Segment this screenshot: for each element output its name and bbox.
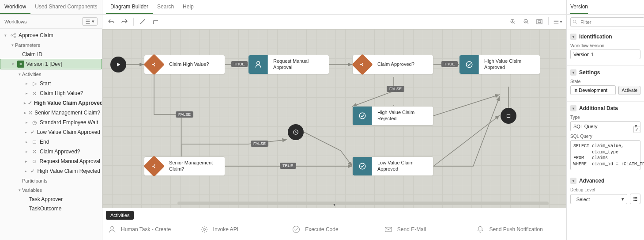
select-debug-level[interactable]: - Select -▾ <box>570 194 627 204</box>
filter-input[interactable] <box>570 17 644 27</box>
svg-point-2 <box>14 36 16 38</box>
line-tool-button[interactable] <box>138 17 147 26</box>
check-icon <box>353 107 372 125</box>
tree-sew[interactable]: ▸◷Standard Employee Wait <box>0 118 102 127</box>
redo-button[interactable] <box>120 17 129 26</box>
node-hvcr[interactable]: High Value Claim Rejected <box>352 106 433 126</box>
tab-version[interactable]: Version <box>570 0 588 14</box>
input-state[interactable] <box>570 85 616 95</box>
stop-icon: □ <box>31 138 38 145</box>
wait-node[interactable] <box>288 124 304 140</box>
edge-label-false: FALSE <box>387 86 404 92</box>
switch-icon: ⤭ <box>28 109 33 116</box>
chevron-right-icon: ▸ <box>24 140 29 144</box>
options-button[interactable] <box>630 194 640 204</box>
chevron-right-icon: ▸ <box>24 159 29 164</box>
tree-claim-id[interactable]: Claim ID <box>0 50 102 59</box>
zoom-out-button[interactable] <box>522 17 531 26</box>
tab-help[interactable]: Help <box>178 0 198 14</box>
start-node[interactable] <box>110 57 126 72</box>
chevron-right-icon: ▸ <box>24 130 28 134</box>
filter-row: ▾ <box>567 15 644 30</box>
svg-point-15 <box>293 226 300 233</box>
tree-end[interactable]: ▸□End <box>0 137 102 147</box>
section-additional-data: ▾Additional Data Type SQL Query▾ SQL Que… <box>567 102 644 174</box>
edge-label-false: FALSE <box>251 141 268 147</box>
tree-approve-claim[interactable]: ▾Approve Claim <box>0 30 102 40</box>
tree-task-approver[interactable]: Task Approver <box>0 194 102 204</box>
workflow-tree: ▾Approve Claim ▾Parameters Claim ID ▾≡Ve… <box>0 29 102 240</box>
horizontal-scrollbar[interactable] <box>177 202 549 205</box>
switch-icon <box>352 54 373 75</box>
svg-point-7 <box>256 61 260 65</box>
diagram-canvas[interactable]: Claim High Value? Request Manual Approva… <box>102 29 566 208</box>
palette-invoke-api[interactable]: Invoke API <box>196 223 289 236</box>
switch-icon: ⤭ <box>31 148 38 155</box>
user-icon <box>108 225 117 234</box>
tree-smc[interactable]: ▸⤭Senior Management Claim? <box>0 108 102 118</box>
zoom-in-button[interactable] <box>508 17 517 26</box>
tree-lvca[interactable]: ▸✓Low Value Claim Approved <box>0 127 102 137</box>
end-node[interactable] <box>501 108 516 124</box>
center-tabs: Diagram Builder Search Help <box>102 0 566 15</box>
tree-version-1[interactable]: ▾≡Version 1 [Dev] <box>0 59 102 69</box>
expand-button[interactable]: ⤢ <box>633 126 640 133</box>
tree-hvcr[interactable]: ▸✓High Value Claim Rejected <box>0 166 102 176</box>
undo-button[interactable] <box>107 17 116 26</box>
tab-search[interactable]: Search <box>153 0 178 14</box>
palette-execute-code[interactable]: Execute Code <box>288 223 380 236</box>
chevron-right-icon: ▸ <box>24 169 28 173</box>
palette-push-notification[interactable]: Send Push Notification <box>472 223 565 236</box>
left-tabs: Workflow Used Shared Components <box>0 0 102 15</box>
tab-workflow[interactable]: Workflow <box>0 0 30 14</box>
check-circle-icon <box>292 225 301 234</box>
sql-query-editor[interactable]: SELECT claim_value, claim_type FROM clai… <box>570 140 640 170</box>
tree-rma[interactable]: ▸☺Request Manual Approval <box>0 156 102 166</box>
section-identification: ▾Identification Workflow Version <box>567 30 644 66</box>
gear-icon <box>200 225 209 234</box>
user-icon: ☺ <box>31 158 38 165</box>
check-icon <box>353 157 372 175</box>
list-icon <box>85 19 90 24</box>
tree-claim-approved[interactable]: ▸⤭Claim Approved? <box>0 147 102 156</box>
tree-parameters[interactable]: ▾Parameters <box>0 40 102 50</box>
tree-participants[interactable]: Participants <box>0 176 102 185</box>
chevron-down-icon[interactable]: ▾ <box>570 69 576 76</box>
mail-icon <box>384 225 393 234</box>
palette-send-email[interactable]: Send E-Mail <box>380 223 473 236</box>
tree-view-toggle[interactable]: ▾ <box>82 17 98 26</box>
node-smc[interactable]: Senior Management Claim? <box>144 156 225 176</box>
select-type[interactable]: SQL Query▾ <box>570 121 640 131</box>
check-icon <box>459 55 479 74</box>
switch-icon: ⤭ <box>31 90 38 97</box>
version-icon: ≡ <box>17 61 24 68</box>
tree-activities[interactable]: ▾Activities <box>0 69 102 79</box>
tree-variables[interactable]: ▾Variables <box>0 185 102 194</box>
node-hvca[interactable]: High Value Claim Approved <box>459 55 540 74</box>
label-type: Type <box>570 115 640 120</box>
node-request-manual-approval[interactable]: Request Manual Approval <box>248 55 329 74</box>
palette-human-task[interactable]: Human Task - Create <box>104 223 196 236</box>
tree-hvca[interactable]: ▸✓High Value Claim Approved <box>0 98 102 108</box>
menu-button[interactable]: ▾ <box>553 17 562 26</box>
node-lvca[interactable]: Low Value Claim Approved <box>352 156 433 176</box>
activate-button[interactable]: Activate <box>618 86 640 95</box>
chevron-down-icon[interactable]: ▾ <box>570 178 576 184</box>
tab-diagram-builder[interactable]: Diagram Builder <box>106 0 153 14</box>
tree-start[interactable]: ▸▷Start <box>0 79 102 88</box>
tab-shared-components[interactable]: Used Shared Components <box>30 0 102 14</box>
node-claim-high-value[interactable]: Claim High Value? <box>144 55 225 74</box>
elbow-tool-button[interactable] <box>151 17 160 26</box>
fit-button[interactable] <box>535 17 544 26</box>
chevron-right-icon: ▸ <box>24 120 29 125</box>
tree-claim-high-value[interactable]: ▸⤭Claim High Value? <box>0 88 102 98</box>
input-workflow-version[interactable] <box>570 50 640 59</box>
chevron-down-icon[interactable]: ▾ <box>570 105 576 111</box>
switch-icon <box>143 54 165 75</box>
scroll-down-icon[interactable]: ▾ <box>333 202 335 207</box>
node-claim-approved[interactable]: Claim Approved? <box>352 55 433 74</box>
edge-label-true: TRUE <box>280 163 296 169</box>
chevron-down-icon[interactable]: ▾ <box>570 34 576 40</box>
tree-task-outcome[interactable]: TaskOutcome <box>0 204 102 213</box>
chevron-down-icon: ▾ <box>17 188 22 192</box>
